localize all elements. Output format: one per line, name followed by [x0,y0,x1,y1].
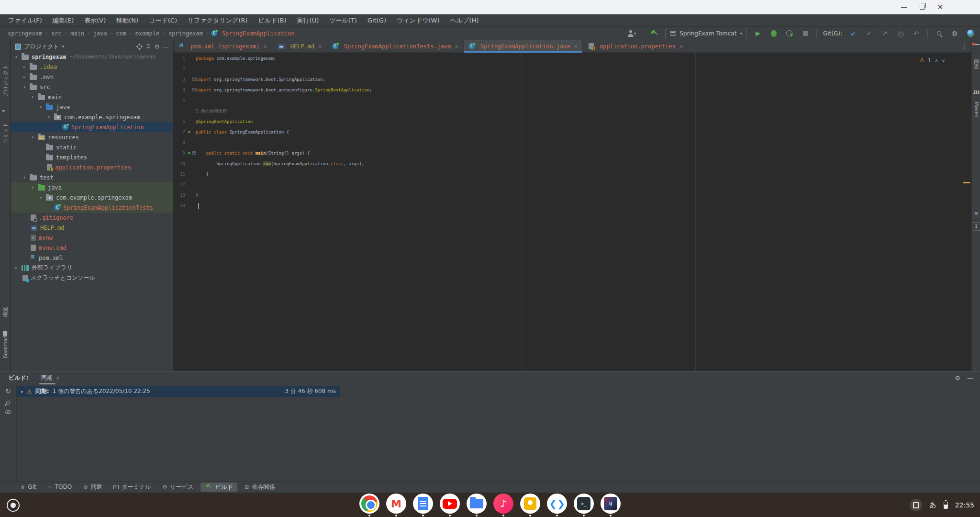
toolwindow-git[interactable]: ⋔Git [16,483,41,492]
tab-application-properties[interactable]: application.properties× [583,40,688,52]
tree-item-test[interactable]: test [11,172,173,182]
tree-item-idea[interactable]: .idea [11,62,173,72]
menu-view[interactable]: 表示(V) [79,14,111,27]
run-class-icon[interactable]: ▶ [189,129,191,135]
tab-pom-xml[interactable]: pom.xml (springexam)× [174,40,272,52]
expand-icon[interactable]: ▸ [21,389,23,394]
hide-build-panel-icon[interactable]: — [967,374,973,382]
tree-item-main-package[interactable]: com.example.springexam [11,112,173,122]
tree-item-test-java[interactable]: java [11,182,173,192]
build-sync-row[interactable]: ▸ ⚠ 同期: 1 個の警告のある2022/05/10 22:25 3 分 46… [17,386,340,397]
project-panel-title[interactable]: プロジェクト [24,43,59,51]
cast-icon[interactable] [910,499,922,511]
debug-button[interactable] [769,28,779,39]
tool-stripe-structure[interactable]: 構造 [2,307,9,317]
git-rollback-button[interactable]: ↶ [912,28,921,39]
fold-icon[interactable]: − [192,151,196,155]
warning-stripe-mark[interactable] [963,182,970,183]
close-icon[interactable]: × [574,43,578,50]
pin-icon[interactable] [5,400,11,405]
toolwindow-dependencies[interactable]: ⊞依存関係 [240,483,279,492]
app-youtube[interactable] [440,494,460,517]
menu-edit[interactable]: 編集(E) [47,14,79,27]
app-vscode[interactable]: ❮❯ [547,494,567,517]
tree-item-external-libraries[interactable]: 外部ライブラリ [11,263,173,273]
app-intellij[interactable]: IJ [601,494,621,517]
app-music[interactable]: ♪ [493,494,513,517]
settings-button[interactable]: ⚙ [950,28,959,39]
tree-item-test-package[interactable]: com.example.springexam [11,192,173,202]
tab-tests-java[interactable]: SpringExamApplicationTests.java× [327,40,464,52]
run-main-icon[interactable]: ▶ [189,150,191,156]
inspections-widget[interactable]: ⚠1 ∧ ∨ [920,57,945,64]
tool-stripe-notifications[interactable]: 通知 [973,59,980,69]
panel-settings-button[interactable]: ⚙ [154,43,160,50]
toolwindow-todo[interactable]: ≡TODO [44,483,77,492]
menu-run[interactable]: 実行(U) [292,14,324,27]
toolwindow-services[interactable]: ⚙サービス [158,483,198,492]
code-area[interactable]: ⚠1 ∧ ∨ 1package com.example.springexam; … [174,53,971,371]
tree-item-mvn[interactable]: .mvn [11,72,173,82]
search-everywhere-button[interactable] [934,28,944,39]
breadcrumb-item[interactable]: springexam [7,30,43,37]
usage-inlay-hint[interactable]: 1 件の使用箇所 [174,106,971,116]
menu-git[interactable]: Git(G) [362,14,391,27]
stop-button[interactable] [801,28,810,39]
collapse-all-button[interactable] [145,44,151,49]
tree-item-src[interactable]: src [11,82,173,92]
tool-stripe-project[interactable]: プロジェクト [2,87,9,97]
eye-icon[interactable] [5,410,11,414]
tree-item-springexam-root[interactable]: springexam~/Documents/Java/springexam [11,52,173,62]
build-settings-icon[interactable]: ⚙ [955,374,960,382]
ime-indicator[interactable]: あ [929,501,936,509]
app-keep[interactable] [520,494,540,517]
app-docs[interactable] [413,494,433,517]
git-push-button[interactable]: ↗ [880,28,890,39]
system-tray[interactable]: あ 22:55 [910,499,974,511]
close-icon[interactable]: × [264,43,267,50]
tab-help-md[interactable]: HELP.md× [272,40,327,52]
toolwindow-terminal[interactable]: ターミナル [109,483,155,492]
next-warning-icon[interactable]: ∨ [942,58,945,63]
menu-refactor[interactable]: リファクタリング(R) [182,14,253,27]
restore-button[interactable] [917,2,927,12]
close-icon[interactable]: × [679,43,683,50]
maven-icon[interactable]: m [972,88,980,95]
profiler-button[interactable] [785,28,794,39]
app-gmail[interactable]: M [386,494,406,517]
menu-code[interactable]: コード(C) [144,14,182,27]
tree-item-scratches[interactable]: スクラッチとコンソール [11,273,173,283]
tree-item-mvnw-cmd[interactable]: mvnw.cmd [11,243,173,253]
tree-item-application-properties[interactable]: application.properties [11,162,173,172]
prev-warning-icon[interactable]: ∧ [935,58,938,63]
git-commit-button[interactable]: ✓ [864,28,874,39]
breadcrumb-item[interactable]: java [92,30,108,37]
git-update-button[interactable]: ↙ [848,28,858,39]
scroll-to-end-toggle[interactable]: ↧ [972,222,980,231]
breadcrumb-class[interactable]: SpringExamApplication [211,30,295,37]
app-chrome[interactable] [359,494,379,517]
tree-item-springexamapplicationtests[interactable]: SpringExamApplicationTests [11,202,173,213]
build-project-button[interactable] [649,28,659,39]
breadcrumb-item[interactable]: com [115,30,127,37]
menu-help[interactable]: ヘルプ(H) [445,14,484,27]
tree-item-static[interactable]: static [11,142,173,152]
menu-build[interactable]: ビルド(B) [253,14,292,27]
close-icon[interactable]: × [455,43,458,50]
breadcrumb-item[interactable]: main [69,30,85,37]
toolwindow-problems[interactable]: ⊘問題 [79,483,106,492]
run-button[interactable]: ▶ [753,28,763,39]
breadcrumb-item[interactable]: src [50,30,63,37]
git-history-button[interactable]: ◷ [896,28,905,39]
tree-item-help-md[interactable]: HELP.md [11,223,173,233]
breadcrumb-item[interactable]: example [134,30,161,37]
toolwindow-build[interactable]: ビルド [200,483,237,492]
tree-item-gitignore[interactable]: .gitignore [11,213,173,223]
menu-file[interactable]: ファイル(F) [3,14,47,27]
app-terminal[interactable]: >_ [574,494,594,517]
hide-panel-button[interactable]: — [163,43,169,50]
app-files[interactable] [467,494,487,517]
launcher-button[interactable] [7,499,20,512]
run-configuration-select[interactable]: SpringExam Tomcat ▾ [665,28,747,39]
fold-icon[interactable]: − [192,88,196,91]
